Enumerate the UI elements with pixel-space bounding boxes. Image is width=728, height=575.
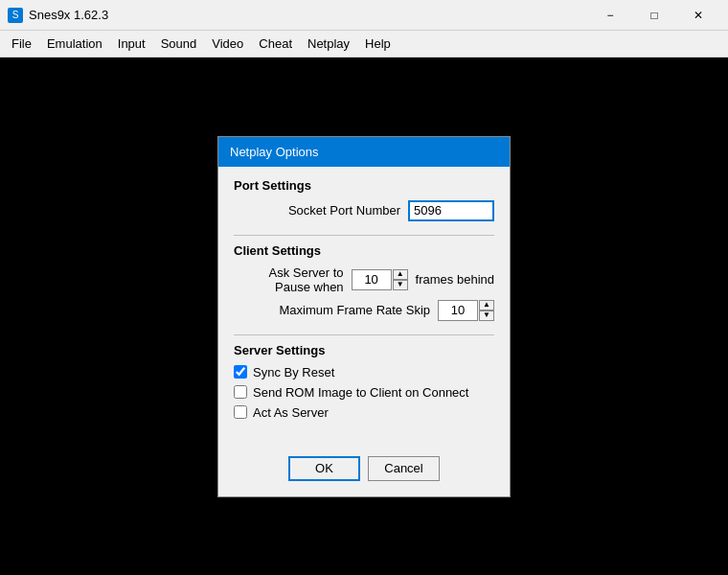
- divider-2: [234, 334, 494, 335]
- main-window: S Snes9x 1.62.3 − □ ✕ File Emulation Inp…: [0, 0, 728, 575]
- menu-netplay[interactable]: Netplay: [300, 33, 357, 55]
- close-button[interactable]: ✕: [676, 0, 720, 31]
- act-as-server-row: Act As Server: [234, 405, 494, 420]
- max-frame-rate-row: Maximum Frame Rate Skip ▲ ▼: [234, 300, 494, 321]
- menu-bar: File Emulation Input Sound Video Cheat N…: [0, 31, 728, 58]
- act-as-server-checkbox[interactable]: [234, 405, 247, 419]
- title-bar: S Snes9x 1.62.3 − □ ✕: [0, 0, 728, 31]
- divider-1: [234, 235, 494, 236]
- ask-server-spinner: ▲ ▼: [352, 269, 408, 290]
- app-icon: S: [8, 8, 23, 23]
- socket-port-input[interactable]: [408, 200, 494, 221]
- sync-by-reset-row: Sync By Reset: [234, 365, 494, 380]
- dialog-title: Netplay Options: [218, 137, 510, 167]
- dialog-overlay: Netplay Options Port Settings Socket Por…: [0, 58, 728, 575]
- max-frame-rate-spinner: ▲ ▼: [438, 300, 494, 321]
- ask-server-up-button[interactable]: ▲: [393, 269, 408, 280]
- app-content: Netplay Options Port Settings Socket Por…: [0, 58, 728, 575]
- menu-help[interactable]: Help: [357, 33, 398, 55]
- client-settings-label: Client Settings: [234, 243, 494, 258]
- frames-behind-label: frames behind: [416, 272, 494, 287]
- minimize-button[interactable]: −: [588, 0, 632, 31]
- ask-server-label: Ask Server to Pause when: [234, 265, 352, 294]
- server-settings-section: Server Settings Sync By Reset Send ROM I…: [234, 343, 494, 420]
- client-settings-section: Client Settings Ask Server to Pause when…: [234, 243, 494, 321]
- ok-button[interactable]: OK: [288, 456, 360, 481]
- sync-by-reset-label[interactable]: Sync By Reset: [253, 365, 334, 380]
- max-frame-rate-label: Maximum Frame Rate Skip: [234, 303, 438, 317]
- max-frame-rate-spinner-buttons: ▲ ▼: [479, 300, 494, 321]
- menu-emulation[interactable]: Emulation: [39, 33, 110, 55]
- send-rom-label[interactable]: Send ROM Image to Client on Connect: [253, 385, 468, 400]
- sync-by-reset-checkbox[interactable]: [234, 365, 247, 379]
- dialog-body: Port Settings Socket Port Number Client …: [218, 167, 510, 448]
- max-frame-rate-down-button[interactable]: ▼: [479, 310, 494, 321]
- socket-port-row: Socket Port Number: [234, 200, 494, 221]
- ask-server-spinner-buttons: ▲ ▼: [393, 269, 408, 290]
- title-bar-controls: − □ ✕: [588, 0, 720, 31]
- send-rom-checkbox[interactable]: [234, 385, 247, 399]
- socket-port-label: Socket Port Number: [234, 203, 408, 218]
- menu-sound[interactable]: Sound: [153, 33, 205, 55]
- max-frame-rate-up-button[interactable]: ▲: [479, 300, 494, 310]
- netplay-options-dialog: Netplay Options Port Settings Socket Por…: [217, 136, 511, 497]
- port-settings-label: Port Settings: [234, 178, 494, 193]
- dialog-footer: OK Cancel: [218, 448, 510, 496]
- ask-server-down-button[interactable]: ▼: [393, 280, 408, 290]
- ask-server-row: Ask Server to Pause when ▲ ▼ frames behi…: [234, 265, 494, 294]
- max-frame-rate-input[interactable]: [438, 300, 478, 321]
- act-as-server-label[interactable]: Act As Server: [253, 405, 329, 420]
- maximize-button[interactable]: □: [632, 0, 676, 31]
- menu-file[interactable]: File: [4, 33, 39, 55]
- menu-input[interactable]: Input: [110, 33, 153, 55]
- ask-server-input[interactable]: [352, 269, 392, 290]
- menu-video[interactable]: Video: [204, 33, 251, 55]
- title-bar-text: Snes9x 1.62.3: [29, 8, 588, 22]
- cancel-button[interactable]: Cancel: [368, 456, 440, 481]
- menu-cheat[interactable]: Cheat: [251, 33, 300, 55]
- port-settings-section: Port Settings Socket Port Number: [234, 178, 494, 221]
- send-rom-row: Send ROM Image to Client on Connect: [234, 385, 494, 400]
- server-settings-label: Server Settings: [234, 343, 494, 357]
